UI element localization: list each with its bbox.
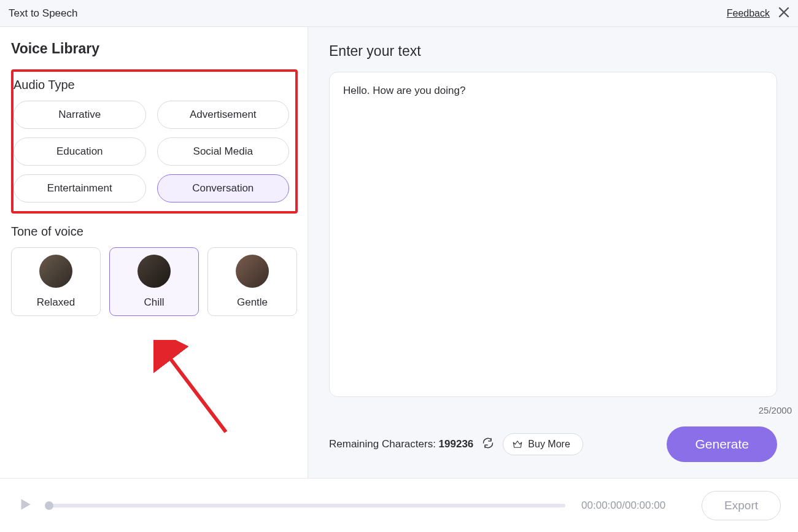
player-bar: 00:00:00/00:00:00 Export [0, 478, 798, 532]
time-display: 00:00:00/00:00:00 [581, 499, 686, 512]
text-input[interactable] [329, 72, 777, 397]
audio-type-conversation[interactable]: Conversation [157, 174, 290, 202]
refresh-icon[interactable] [482, 437, 494, 452]
tone-gentle-label: Gentle [237, 296, 268, 309]
close-icon[interactable] [778, 6, 789, 21]
char-counter: 25/2000 [759, 405, 792, 415]
feedback-link[interactable]: Feedback [727, 8, 770, 19]
tone-relaxed-label: Relaxed [37, 296, 75, 309]
voice-library-panel: Voice Library Audio Type Narrative Adver… [0, 27, 308, 478]
avatar-icon [236, 255, 269, 288]
voice-library-title: Voice Library [11, 40, 298, 57]
audio-type-narrative[interactable]: Narrative [14, 101, 146, 129]
crown-icon [512, 439, 523, 450]
audio-type-advertisement[interactable]: Advertisement [157, 101, 290, 129]
audio-type-social-media[interactable]: Social Media [157, 137, 290, 166]
enter-text-heading: Enter your text [329, 43, 777, 60]
generate-button[interactable]: Generate [667, 426, 777, 462]
progress-slider[interactable] [49, 504, 565, 507]
audio-type-label: Audio Type [14, 78, 289, 92]
top-bar: Text to Speech Feedback [0, 0, 798, 27]
app-title: Text to Speech [9, 7, 77, 20]
tone-chill-label: Chill [144, 296, 164, 309]
avatar-icon [138, 255, 171, 288]
remaining-characters-label: Remaining Characters: 199236 [329, 438, 473, 450]
audio-type-entertainment[interactable]: Entertainment [14, 174, 146, 202]
play-icon[interactable] [17, 496, 33, 515]
tone-of-voice-label: Tone of voice [11, 225, 298, 239]
export-button[interactable]: Export [702, 491, 781, 520]
tone-relaxed[interactable]: Relaxed [11, 247, 101, 316]
audio-type-education[interactable]: Education [14, 137, 146, 166]
tone-chill[interactable]: Chill [109, 247, 199, 316]
avatar-icon [39, 255, 72, 288]
content-panel: Enter your text 25/2000 Remaining Charac… [308, 27, 798, 478]
tone-gentle[interactable]: Gentle [207, 247, 297, 316]
progress-thumb[interactable] [45, 501, 53, 510]
svg-line-0 [165, 351, 226, 432]
audio-type-highlight-box: Audio Type Narrative Advertisement Educa… [11, 69, 298, 214]
buy-more-button[interactable]: Buy More [503, 433, 583, 455]
buy-more-label: Buy More [528, 439, 570, 450]
annotation-arrow-icon [153, 340, 239, 438]
remaining-characters-count: 199236 [439, 438, 474, 450]
